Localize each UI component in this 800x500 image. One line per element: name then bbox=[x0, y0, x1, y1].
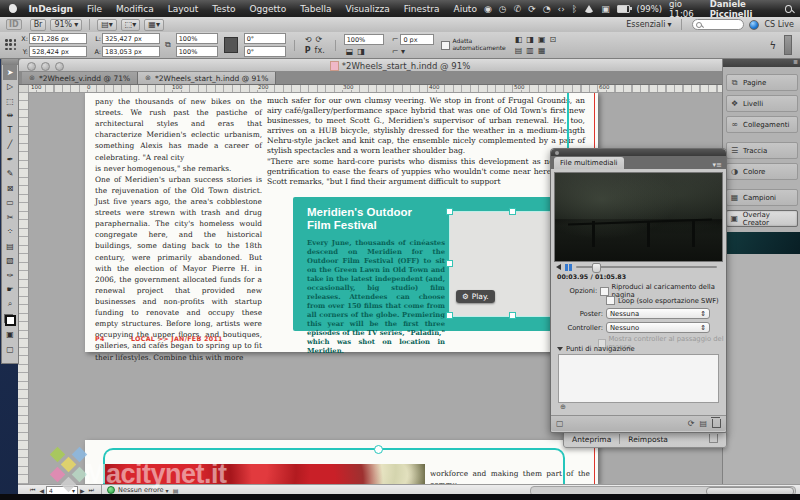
battery-icon[interactable] bbox=[617, 5, 630, 13]
trash-icon[interactable] bbox=[709, 434, 718, 443]
width-field[interactable]: 325,427 px bbox=[102, 33, 160, 44]
y-position-field[interactable]: 528,424 px bbox=[29, 46, 87, 57]
user-menu[interactable]: Daniele Piccinelli bbox=[710, 0, 778, 19]
direct-selection-tool[interactable]: ▷ bbox=[3, 80, 17, 95]
zoom-level-dropdown[interactable]: 91% ▾ bbox=[50, 19, 82, 31]
panel-close-icon[interactable] bbox=[555, 151, 559, 155]
playhead-slider[interactable] bbox=[576, 266, 718, 268]
object-styles-icon[interactable]: ◨ bbox=[357, 47, 365, 56]
selection-handle[interactable] bbox=[446, 260, 453, 267]
menu-oggetto[interactable]: Oggetto bbox=[243, 4, 294, 14]
navigation-points-list[interactable] bbox=[558, 354, 719, 403]
previous-page-button[interactable]: ◀ bbox=[37, 487, 46, 494]
colored-ball-icon[interactable]: ◉ bbox=[484, 4, 492, 14]
page-tool[interactable]: ⬚ bbox=[3, 94, 17, 109]
window-close-button[interactable] bbox=[27, 62, 36, 71]
menu-clock[interactable]: gio 11:06 bbox=[669, 0, 703, 19]
menu-visualizza[interactable]: Visualizza bbox=[338, 4, 396, 14]
scale-x-field[interactable]: 100% bbox=[176, 33, 218, 44]
frame-anchor-handle[interactable] bbox=[374, 445, 383, 454]
fit-content-icon[interactable]: ◨ bbox=[526, 35, 534, 44]
menu-indesign[interactable]: InDesign bbox=[21, 4, 80, 14]
autofit-checkbox[interactable] bbox=[441, 41, 450, 50]
constrain-proportions-icon[interactable]: ⧉ bbox=[165, 40, 171, 50]
arrange-documents-dropdown[interactable]: ▦▾ bbox=[144, 19, 164, 31]
window-minimize-button[interactable] bbox=[41, 62, 50, 71]
fill-frame-icon[interactable]: ◧ bbox=[515, 35, 523, 44]
x-position-field[interactable]: 671,286 px bbox=[29, 33, 87, 44]
height-field[interactable]: 183,053 px bbox=[102, 46, 160, 57]
rectangle-tool[interactable]: ▭ bbox=[3, 196, 17, 211]
wrap-none-icon[interactable]: ▤ bbox=[515, 46, 523, 55]
zoom-tool[interactable]: ⌕ bbox=[3, 297, 17, 312]
stroke-swatch[interactable] bbox=[5, 315, 16, 326]
play-overlay-button[interactable]: ⚙ Play. bbox=[456, 290, 495, 303]
tab-close-icon[interactable]: ⊗ bbox=[29, 74, 35, 82]
bluetooth-icon[interactable]: ᛒ bbox=[572, 4, 577, 14]
fit-frame-icon[interactable]: ⊡ bbox=[549, 35, 556, 44]
sync-icon[interactable]: ⟳ bbox=[528, 4, 536, 14]
preview-spread-icon[interactable]: ▢ bbox=[556, 419, 564, 428]
view-options-dropdown[interactable]: ▤▾ bbox=[97, 19, 117, 31]
add-navigation-point-icon[interactable]: ⊕ bbox=[560, 403, 566, 411]
note-tool[interactable]: ✑ bbox=[3, 268, 17, 283]
normal-view-button[interactable]: ▣ bbox=[3, 328, 17, 343]
flip-icon[interactable]: P bbox=[305, 46, 311, 55]
menu-testo[interactable]: Testo bbox=[205, 4, 242, 14]
refresh-icon[interactable]: ⟳ bbox=[688, 419, 695, 428]
timer-icon[interactable]: ◔ bbox=[543, 4, 551, 14]
workspace-switcher[interactable]: Essenziali ▾ bbox=[626, 20, 671, 29]
rotation-angle-field[interactable]: 0° bbox=[244, 33, 286, 44]
reimposta-button[interactable]: Reimposta bbox=[620, 435, 676, 444]
selection-tool[interactable]: ➤ bbox=[3, 65, 17, 80]
pause-button[interactable] bbox=[565, 264, 572, 271]
anteprima-button[interactable]: Anteprima bbox=[564, 435, 619, 444]
preview-mode-button[interactable]: ▢ bbox=[3, 342, 17, 357]
gradient-tool[interactable]: ▤ bbox=[3, 239, 17, 254]
tab-2wheels-v[interactable]: ⊗ *2Wheels_v.indd @ 71% bbox=[22, 72, 138, 84]
effects-icon[interactable]: fx. bbox=[315, 46, 325, 55]
disclosure-triangle-icon[interactable] bbox=[557, 347, 563, 351]
spotlight-icon[interactable] bbox=[785, 5, 792, 13]
scissors-tool[interactable]: ✂ bbox=[3, 210, 17, 225]
clock-status-icon[interactable]: ◷ bbox=[499, 4, 507, 14]
dock-menu-icon[interactable]: ≣ bbox=[793, 58, 798, 65]
media-panel-tab[interactable]: File multimediali bbox=[554, 157, 624, 169]
fill-stroke-swatches[interactable] bbox=[4, 314, 16, 326]
first-page-button[interactable]: ⏮ bbox=[28, 486, 37, 494]
free-transform-tool[interactable]: ⁘ bbox=[3, 225, 17, 240]
dock-header[interactable]: ≣ bbox=[723, 58, 800, 67]
selection-handle[interactable] bbox=[509, 312, 516, 319]
navigation-points-section[interactable]: Punti di navigazione bbox=[557, 345, 635, 353]
menu-aiuto[interactable]: Aiuto bbox=[447, 4, 484, 14]
corner-options-icon[interactable]: ⌐ bbox=[392, 35, 399, 44]
selection-handle[interactable] bbox=[446, 312, 453, 319]
screen-mode-dropdown[interactable]: ⬚▾ bbox=[121, 19, 141, 31]
dock-item-overlay-creator[interactable]: ▣Overlay Creator bbox=[726, 210, 798, 227]
rotate-ccw-icon[interactable]: ⟲ bbox=[305, 35, 312, 44]
selection-handle[interactable] bbox=[509, 208, 516, 215]
corner-shape-select[interactable]: ⌐ ▾ bbox=[392, 47, 405, 56]
trash-icon[interactable] bbox=[712, 419, 721, 428]
film-icon[interactable]: ▤ bbox=[699, 419, 707, 428]
dock-item-traccia[interactable]: ☰Traccia bbox=[726, 142, 798, 159]
phone-icon[interactable]: ✆ bbox=[514, 4, 522, 14]
drop-shadow-icon[interactable]: ⬓ bbox=[346, 47, 354, 56]
menu-file[interactable]: File bbox=[80, 4, 109, 14]
quick-apply-icon[interactable]: ϟ bbox=[769, 40, 776, 51]
volume-icon[interactable] bbox=[556, 264, 561, 270]
corner-radius-field[interactable]: 0 px bbox=[400, 34, 434, 45]
page-1[interactable]: pany the thousands of new bikes on the s… bbox=[85, 92, 598, 352]
window-zoom-button[interactable] bbox=[55, 62, 64, 71]
dock-item-campioni[interactable]: ▦Campioni bbox=[726, 189, 798, 206]
text-frame-left-column[interactable]: pany the thousands of new bikes on the s… bbox=[95, 96, 262, 328]
dock-item-colore[interactable]: ◑Colore bbox=[726, 163, 798, 180]
tab-2wheels-start-h[interactable]: ⊗ *2Wheels_start_h.indd @ 91% bbox=[138, 72, 276, 84]
menu-finestra[interactable]: Finestra bbox=[397, 4, 447, 14]
type-tool[interactable]: T bbox=[3, 123, 17, 138]
document-window-titlebar[interactable]: *2Wheels_start_h.indd @ 91% bbox=[18, 58, 800, 72]
dock-item-livelli[interactable]: ❖Livelli bbox=[726, 95, 798, 112]
code-icon[interactable]: ‹› bbox=[558, 4, 565, 14]
menu-modifica[interactable]: Modifica bbox=[109, 4, 161, 14]
panel-menu-icon[interactable]: ▾≡ bbox=[713, 161, 726, 169]
